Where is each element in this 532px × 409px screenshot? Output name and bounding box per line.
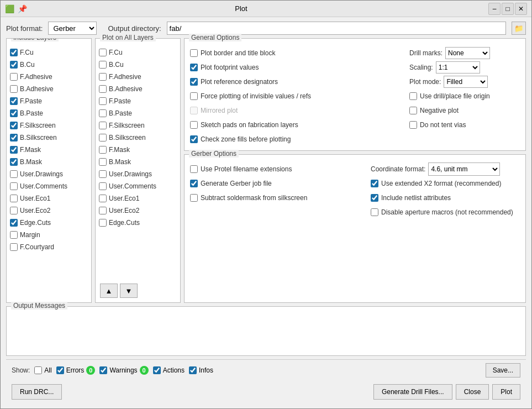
all-layer-label[interactable]: Edge.Cuts [109,219,140,227]
gerber-option-right-checkbox[interactable] [371,194,378,202]
gerber-option-right-label[interactable]: Use extended X2 format (recommended) [381,180,501,187]
general-option-right-checkbox[interactable] [409,92,417,100]
include-layer-label[interactable]: F.Mask [20,146,41,154]
include-layer-checkbox-f-courtyard[interactable] [10,243,18,251]
include-layer-label[interactable]: F.Cu [20,49,34,56]
general-option-label[interactable]: Check zone fills before plotting [201,135,291,143]
general-option-right-checkbox[interactable] [409,121,417,129]
include-layer-checkbox-f-paste[interactable] [10,97,18,105]
include-layer-label[interactable]: User.Eco2 [20,207,50,214]
include-layer-checkbox-edge-cuts[interactable] [10,219,18,227]
save-button[interactable]: Save... [486,363,520,377]
all-layer-checkbox-f-cu[interactable] [99,49,107,56]
include-layer-checkbox-user-eco2[interactable] [10,207,18,214]
general-option-select[interactable]: NoneSmallActual size [445,47,490,59]
plot-button[interactable]: Plot [492,384,520,400]
all-layer-label[interactable]: B.Mask [109,158,131,166]
general-option-label[interactable]: Sketch pads on fabrication layers [201,121,298,129]
include-layer-checkbox-f-adhesive[interactable] [10,73,18,81]
all-layer-label[interactable]: User.Comments [109,182,156,190]
all-layer-checkbox-f-mask[interactable] [99,146,107,154]
include-layer-checkbox-f-mask[interactable] [10,146,18,154]
all-layer-checkbox-b-mask[interactable] [99,158,107,166]
include-layer-label[interactable]: B.Mask [20,158,42,166]
generate-drill-button[interactable]: Generate Drill Files... [373,384,452,400]
include-layer-checkbox-b-adhesive[interactable] [10,85,18,93]
plot-format-select[interactable]: Gerber Postscript SVG DXF HPGL PDF [48,22,97,35]
all-layer-label[interactable]: F.Mask [109,146,130,154]
all-layer-label[interactable]: F.Cu [109,49,123,56]
gerber-option-right-label[interactable]: Disable aperture macros (not recommended… [381,208,513,216]
gerber-option-label[interactable]: Subtract soldermask from silkscreen [201,194,307,202]
all-layer-label[interactable]: F.Adhesive [109,73,141,81]
all-layer-label[interactable]: User.Eco2 [109,207,139,214]
close-button[interactable]: Close [456,384,489,400]
include-layer-checkbox-b-paste[interactable] [10,109,18,117]
general-option-right-label[interactable]: Use drill/place file origin [420,92,490,100]
gerber-option-checkbox[interactable] [190,180,198,187]
general-option-label[interactable]: Force plotting of invisible values / ref… [201,92,311,100]
include-layer-label[interactable]: F.Silkscreen [20,122,56,129]
general-option-label[interactable]: Plot footprint values [201,64,259,71]
general-option-checkbox[interactable] [190,64,198,71]
include-layer-checkbox-b-mask[interactable] [10,158,18,166]
move-up-button[interactable]: ▲ [100,284,118,298]
move-down-button[interactable]: ▼ [120,284,138,298]
minimize-button[interactable]: – [488,3,501,15]
gerber-option-right-checkbox[interactable] [371,180,378,187]
browse-folder-button[interactable]: 📁 [512,22,526,35]
include-layer-checkbox-f-silkscreen[interactable] [10,122,18,129]
include-layer-label[interactable]: User.Drawings [20,170,63,178]
general-option-label[interactable]: Plot reference designators [201,78,278,86]
show-errors-label[interactable]: Errors [66,366,85,374]
gerber-option-checkbox[interactable] [190,194,198,202]
include-layer-label[interactable]: B.Adhesive [20,85,54,93]
include-layer-label[interactable]: B.Silkscreen [20,134,57,141]
show-warnings-label[interactable]: Warnings [109,366,137,374]
show-actions-checkbox[interactable] [153,366,161,374]
general-option-checkbox[interactable] [190,121,198,129]
include-layer-label[interactable]: F.Courtyard [20,243,54,251]
include-layer-checkbox-user-eco1[interactable] [10,195,18,202]
all-layer-checkbox-user-drawings[interactable] [99,170,107,178]
gerber-option-label[interactable]: Use Protel filename extensions [201,165,292,173]
all-layer-label[interactable]: B.Silkscreen [109,134,146,141]
show-infos-label[interactable]: Infos [199,366,213,374]
include-layer-label[interactable]: F.Adhesive [20,73,52,81]
all-layer-checkbox-edge-cuts[interactable] [99,219,107,227]
all-layer-checkbox-user-eco1[interactable] [99,195,107,202]
general-option-right-checkbox[interactable] [409,107,417,114]
include-layer-label[interactable]: Margin [20,231,40,239]
include-layer-checkbox-user-drawings[interactable] [10,170,18,178]
general-option-label[interactable]: Plot border and title block [201,49,275,57]
general-option-right-label[interactable]: Do not tent vias [420,121,466,129]
all-layer-checkbox-f-paste[interactable] [99,97,107,105]
gerber-option-right-checkbox[interactable] [371,208,378,216]
show-warnings-checkbox[interactable] [99,366,107,374]
all-layer-checkbox-b-silkscreen[interactable] [99,134,107,141]
all-layer-checkbox-b-paste[interactable] [99,109,107,117]
maximize-button[interactable]: □ [502,3,514,15]
include-layer-label[interactable]: B.Paste [20,109,43,117]
all-layer-checkbox-f-silkscreen[interactable] [99,122,107,129]
all-layer-label[interactable]: User.Eco1 [109,195,139,202]
include-layer-checkbox-b-cu[interactable] [10,61,18,69]
all-layer-label[interactable]: F.Paste [109,97,131,105]
all-layer-label[interactable]: B.Cu [109,61,124,69]
include-layer-label[interactable]: F.Paste [20,97,42,105]
include-layer-checkbox-user-comments[interactable] [10,182,18,190]
include-layer-checkbox-f-cu[interactable] [10,49,18,56]
general-option-select[interactable]: 1:1 [436,61,480,74]
output-dir-input[interactable] [167,22,506,35]
show-all-checkbox[interactable] [34,366,42,374]
all-layer-checkbox-b-cu[interactable] [99,61,107,69]
gerber-option-right-label[interactable]: Include netlist attributes [381,194,451,202]
all-layer-label[interactable]: User.Drawings [109,170,152,178]
all-layer-checkbox-user-comments[interactable] [99,182,107,190]
all-layer-checkbox-user-eco2[interactable] [99,207,107,214]
all-layer-label[interactable]: B.Paste [109,109,132,117]
general-option-checkbox[interactable] [190,49,198,57]
all-layer-checkbox-b-adhesive[interactable] [99,85,107,93]
include-layer-label[interactable]: Edge.Cuts [20,219,51,227]
include-layer-label[interactable]: User.Comments [20,182,67,190]
